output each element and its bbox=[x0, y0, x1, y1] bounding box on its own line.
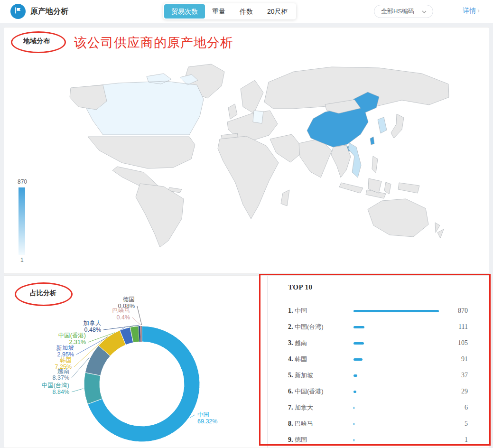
list-item-name: 7. 加拿大 bbox=[288, 403, 353, 412]
list-item-bar bbox=[353, 326, 364, 328]
donut-label-2: 中国(台湾)8.84% bbox=[42, 382, 69, 395]
region-distribution-card: 地域分布 该公司供应商的原产地分析 870 bbox=[4, 27, 489, 274]
region-thailand bbox=[331, 145, 351, 177]
donut-slice-2[interactable] bbox=[84, 373, 102, 404]
region-madagascar bbox=[281, 190, 289, 206]
list-item: 4. 韩国91 bbox=[288, 351, 468, 367]
list-item-name: 5. 新加坡 bbox=[288, 371, 353, 380]
list-item-bar-track bbox=[353, 374, 442, 377]
region-south-america bbox=[136, 184, 184, 247]
donut-label-1: 中国69.32% bbox=[197, 411, 217, 425]
list-item-bar bbox=[353, 310, 439, 312]
list-item-rank: 4. bbox=[288, 355, 295, 363]
list-item: 2. 中国(台湾)111 bbox=[288, 319, 468, 335]
list-item-bar-track bbox=[353, 423, 442, 425]
flag-icon bbox=[13, 6, 23, 17]
donut-leader-line bbox=[132, 317, 141, 325]
list-item-bar-track bbox=[353, 326, 442, 328]
list-item-value: 870 bbox=[442, 307, 468, 315]
region-new-zealand bbox=[435, 223, 444, 238]
list-item-bar bbox=[353, 391, 356, 393]
region-uk bbox=[228, 104, 237, 119]
list-item: 8. 巴哈马5 bbox=[288, 416, 468, 432]
list-item-bar bbox=[353, 439, 354, 441]
list-item-name: 9. 德国 bbox=[288, 436, 353, 444]
list-item-bar bbox=[353, 358, 363, 361]
list-item-name: 2. 中国(台湾) bbox=[288, 323, 353, 331]
list-item-bar-track bbox=[353, 391, 442, 393]
list-item-name: 4. 韩国 bbox=[288, 355, 353, 364]
list-item-bar bbox=[353, 374, 357, 377]
list-item-rank: 1. bbox=[288, 307, 295, 314]
region-korea bbox=[378, 117, 387, 133]
list-item-name: 3. 越南 bbox=[288, 339, 353, 347]
list-item-value: 6 bbox=[442, 404, 468, 411]
ratio-analysis-card: 占比分析 中国69.32%中国(台湾)8.84%越南8.37%韩国7.25%新加… bbox=[4, 275, 489, 448]
region-vietnam bbox=[348, 143, 361, 177]
region-sumatra bbox=[339, 183, 363, 193]
tab-20ft-container[interactable]: 20尺柜 bbox=[260, 4, 295, 19]
list-item-bar-track bbox=[353, 342, 442, 345]
tab-piece-count[interactable]: 件数 bbox=[233, 4, 260, 19]
chevron-down-icon bbox=[421, 8, 427, 15]
list-item-value: 29 bbox=[442, 388, 468, 395]
list-item-value: 91 bbox=[442, 355, 468, 363]
list-item-value: 5 bbox=[442, 420, 468, 428]
region-africa bbox=[218, 136, 279, 219]
tab-trade-count[interactable]: 贸易次数 bbox=[164, 4, 205, 19]
list-item: 7. 加拿大6 bbox=[288, 400, 468, 416]
tab-weight[interactable]: 重量 bbox=[205, 4, 233, 19]
list-item-bar-track bbox=[353, 407, 442, 409]
list-item-rank: 8. bbox=[288, 420, 295, 427]
annotation-note: 该公司供应商的原产地分析 bbox=[74, 34, 233, 51]
list-item: 6. 中国(香港)29 bbox=[288, 383, 468, 400]
region-sulawesi bbox=[384, 182, 391, 194]
legend-max: 870 bbox=[18, 178, 27, 185]
top-header: 原产地分析 贸易次数重量件数20尺柜 全部HS编码 详情› bbox=[0, 0, 493, 23]
list-item-bar bbox=[353, 423, 354, 425]
list-item-value: 105 bbox=[442, 339, 468, 347]
hs-code-select-value: 全部HS编码 bbox=[381, 7, 414, 16]
hs-code-select[interactable]: 全部HS编码 bbox=[374, 5, 433, 18]
region-usa bbox=[88, 137, 195, 168]
list-item-value: 111 bbox=[442, 323, 468, 331]
legend-min: 1 bbox=[18, 257, 27, 263]
donut-label-4: 韩国7.25% bbox=[55, 357, 72, 370]
world-map[interactable] bbox=[47, 63, 456, 251]
region-scandinavia bbox=[241, 80, 263, 113]
list-item: 3. 越南105 bbox=[288, 335, 468, 351]
detail-link[interactable]: 详情› bbox=[463, 7, 480, 15]
donut-leader-line bbox=[190, 415, 195, 418]
list-item-name: 1. 中国 bbox=[288, 307, 353, 315]
list-item-bar-track bbox=[353, 439, 442, 441]
top10-title: TOP 10 bbox=[288, 283, 468, 291]
top10-panel: TOP 10 1. 中国8702. 中国(台湾)1113. 越南1054. 韩国… bbox=[267, 276, 488, 448]
top10-list: 1. 中国8702. 中国(台湾)1113. 越南1054. 韩国915. 新加… bbox=[288, 303, 468, 448]
list-item-rank: 6. bbox=[288, 388, 295, 395]
list-item-rank: 7. bbox=[288, 404, 295, 411]
list-item-rank: 3. bbox=[288, 339, 295, 346]
list-item-rank: 9. bbox=[288, 436, 295, 443]
region-germany bbox=[253, 111, 263, 123]
donut-chart[interactable]: 中国69.32%中国(台湾)8.84%越南8.37%韩国7.25%新加坡2.95… bbox=[4, 276, 270, 448]
list-item-bar bbox=[353, 342, 364, 345]
donut-label-7: 加拿大0.48% bbox=[84, 320, 102, 333]
region-australia bbox=[368, 199, 428, 237]
list-item-name: 6. 中国(香港) bbox=[288, 387, 353, 396]
list-item-rank: 2. bbox=[288, 323, 295, 330]
donut-label-5: 新加坡2.95% bbox=[56, 345, 74, 358]
page-title: 原产地分析 bbox=[30, 7, 68, 17]
section-title-region: 地域分布 bbox=[23, 37, 50, 46]
app-logo bbox=[10, 4, 26, 19]
list-item-bar bbox=[353, 407, 354, 409]
donut-leader-line bbox=[72, 389, 83, 392]
legend-gradient-bar bbox=[19, 187, 25, 255]
region-japan bbox=[391, 114, 404, 138]
detail-link-label: 详情 bbox=[463, 7, 476, 14]
section-title-ratio: 占比分析 bbox=[30, 289, 56, 298]
map-legend: 870 1 bbox=[18, 178, 27, 263]
list-item-bar-track bbox=[353, 310, 442, 312]
list-item-bar-track bbox=[353, 358, 442, 361]
list-item-name: 8. 巴哈马 bbox=[288, 420, 353, 428]
region-new-guinea bbox=[398, 183, 419, 193]
